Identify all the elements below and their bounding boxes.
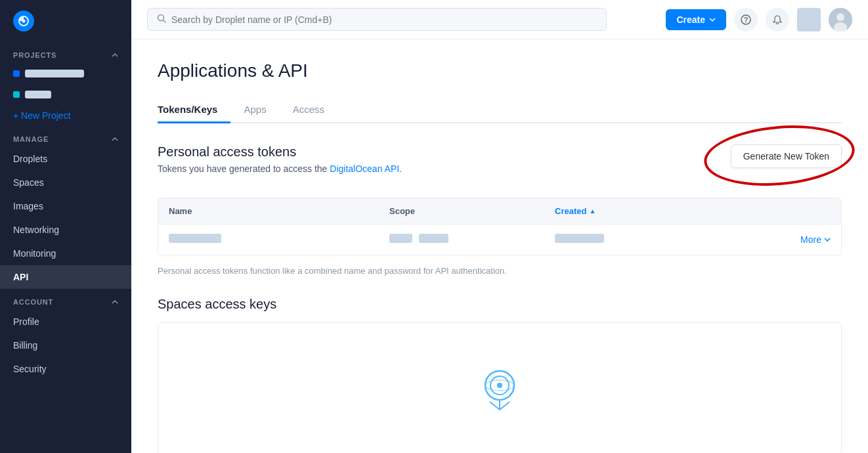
spaces-title: Spaces access keys xyxy=(158,297,842,312)
token-table: Name Scope Created ▲ xyxy=(158,198,842,255)
create-chevron-icon xyxy=(709,16,716,23)
project2-name xyxy=(25,91,51,98)
digitalocean-api-link[interactable]: DigitalOcean API. xyxy=(330,163,402,174)
sidebar-item-project1[interactable] xyxy=(0,63,131,84)
sidebar: PROJECTS + New Project MANAGE Droplets S… xyxy=(0,0,131,453)
tab-tokens-keys[interactable]: Tokens/Keys xyxy=(158,97,230,123)
svg-rect-5 xyxy=(804,14,814,25)
create-button[interactable]: Create xyxy=(666,9,726,30)
personal-tokens-title: Personal access tokens xyxy=(158,144,402,160)
notification-icon-button[interactable] xyxy=(766,8,789,32)
manage-section-header: MANAGE xyxy=(0,126,131,147)
token-actions-cell: More xyxy=(720,234,831,245)
project-dot xyxy=(13,70,20,77)
svg-line-2 xyxy=(163,20,166,23)
topbar: Create ? xyxy=(131,0,868,39)
page-title: Applications & API xyxy=(158,60,842,81)
svg-text:?: ? xyxy=(744,16,749,24)
col-header-scope: Scope xyxy=(389,206,555,216)
sidebar-item-images[interactable]: Images xyxy=(0,194,131,218)
help-icon: ? xyxy=(741,14,751,25)
topbar-actions: Create ? xyxy=(666,8,852,32)
personal-tokens-desc: Tokens you have generated to access the … xyxy=(158,163,402,174)
token-created-cell xyxy=(555,234,720,246)
tab-access[interactable]: Access xyxy=(280,97,337,123)
spaces-card xyxy=(158,322,842,453)
token-scope-cell xyxy=(389,234,555,246)
project1-name xyxy=(25,70,84,77)
col-header-actions xyxy=(720,206,831,216)
sidebar-item-project2[interactable] xyxy=(0,84,131,105)
sidebar-item-api[interactable]: API xyxy=(0,265,131,289)
tab-apps[interactable]: Apps xyxy=(230,97,279,123)
token-name-cell xyxy=(169,234,389,246)
user-avatar xyxy=(829,8,852,32)
bell-icon xyxy=(772,14,783,25)
new-project-button[interactable]: + New Project xyxy=(0,105,131,126)
account-section-header: ACCOUNT xyxy=(0,289,131,310)
svg-point-12 xyxy=(497,383,502,388)
token-name-blur xyxy=(169,234,221,243)
logo-icon xyxy=(13,11,34,32)
projects-section-header: PROJECTS xyxy=(0,42,131,63)
token-footnote: Personal access tokens function like a c… xyxy=(158,266,842,276)
manage-collapse-icon[interactable] xyxy=(112,136,118,142)
main-content: Create ? Applications & API Tokens/Keys xyxy=(131,0,868,453)
tabs-container: Tokens/Keys Apps Access xyxy=(158,97,842,123)
more-dropdown[interactable]: More xyxy=(720,234,831,245)
sidebar-item-profile[interactable]: Profile xyxy=(0,310,131,334)
sidebar-item-monitoring[interactable]: Monitoring xyxy=(0,242,131,265)
sidebar-item-billing[interactable]: Billing xyxy=(0,334,131,357)
search-container[interactable] xyxy=(147,8,607,31)
personal-tokens-header: Personal access tokens Tokens you have g… xyxy=(158,144,842,187)
table-header: Name Scope Created ▲ xyxy=(158,198,841,225)
logo-container xyxy=(0,0,131,42)
page-content: Applications & API Tokens/Keys Apps Acce… xyxy=(131,39,868,453)
account-button[interactable] xyxy=(797,8,821,32)
table-row: More xyxy=(158,225,841,255)
svg-point-7 xyxy=(836,13,844,21)
collapse-icon[interactable] xyxy=(112,52,118,58)
account-icon xyxy=(804,14,814,25)
generate-new-token-button[interactable]: Generate New Token xyxy=(731,144,842,168)
personal-tokens-info: Personal access tokens Tokens you have g… xyxy=(158,144,402,187)
generate-btn-container: Generate New Token xyxy=(731,144,842,168)
col-header-name: Name xyxy=(169,206,389,216)
created-blur xyxy=(555,234,604,243)
scope-blur2 xyxy=(419,234,448,243)
search-input[interactable] xyxy=(171,14,597,25)
more-chevron-icon xyxy=(824,236,831,243)
sidebar-item-droplets[interactable]: Droplets xyxy=(0,147,131,171)
sidebar-item-spaces[interactable]: Spaces xyxy=(0,171,131,194)
sort-arrow-icon: ▲ xyxy=(589,207,596,215)
scope-blur1 xyxy=(389,234,412,243)
avatar[interactable] xyxy=(829,8,852,32)
account-collapse-icon[interactable] xyxy=(112,299,118,305)
sidebar-item-networking[interactable]: Networking xyxy=(0,218,131,242)
col-header-created[interactable]: Created ▲ xyxy=(555,206,720,216)
sidebar-item-security[interactable]: Security xyxy=(0,357,131,381)
spaces-illustration xyxy=(473,362,526,415)
project-dot2 xyxy=(13,91,20,98)
search-icon xyxy=(157,14,166,25)
help-icon-button[interactable]: ? xyxy=(734,8,758,32)
